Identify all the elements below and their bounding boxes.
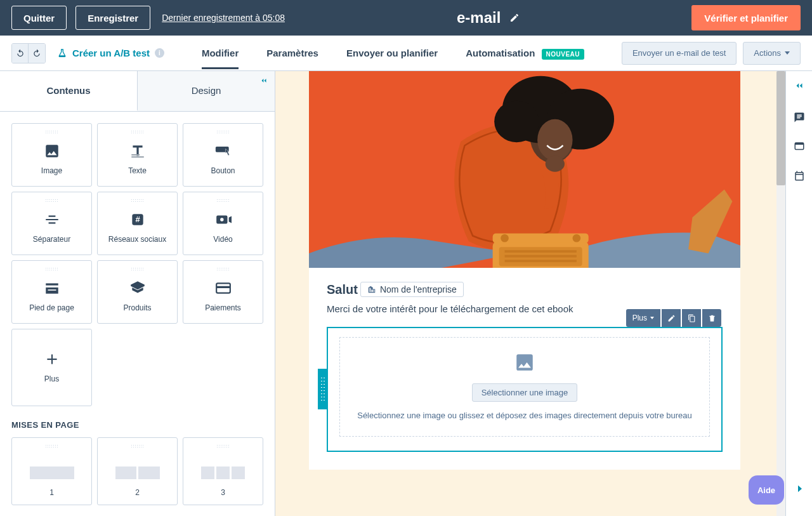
- drag-handle-icon: [131, 267, 145, 270]
- tab-send[interactable]: Envoyer ou planifier: [346, 37, 438, 69]
- block-payments[interactable]: Paiements: [183, 260, 263, 324]
- quit-button[interactable]: Quitter: [11, 6, 67, 30]
- calendar-icon[interactable]: [794, 170, 805, 182]
- canvas: Salut Nom de l'entreprise Merci de votre…: [275, 71, 785, 516]
- undo-redo-group: [11, 43, 46, 63]
- tab-automation[interactable]: Automatisation NOUVEAU: [466, 37, 584, 69]
- chevron-down-icon: [785, 51, 790, 55]
- footer-icon: [44, 280, 60, 296]
- layout-3col[interactable]: 3: [183, 437, 263, 505]
- svg-rect-21: [505, 250, 577, 253]
- help-button[interactable]: Aide: [749, 475, 784, 505]
- video-icon: [215, 211, 232, 228]
- toolbar-delete-button[interactable]: [702, 309, 721, 327]
- drag-handle-icon: [216, 199, 230, 202]
- svg-rect-23: [505, 260, 577, 262]
- image-icon: [44, 143, 60, 159]
- block-social[interactable]: #Réseaux sociaux: [97, 192, 178, 255]
- tab-settings[interactable]: Paramètres: [266, 37, 318, 69]
- navbar: Créer un A/B test i Modifier Paramètres …: [0, 36, 812, 71]
- expand-right-icon[interactable]: [794, 483, 806, 497]
- drag-handle-icon: [216, 444, 230, 447]
- svg-point-19: [501, 234, 509, 242]
- comments-icon[interactable]: [794, 112, 805, 123]
- chevron-down-icon: [650, 317, 654, 319]
- svg-rect-22: [505, 255, 577, 258]
- upload-dropzone[interactable]: Sélectionner une image Sélectionnez une …: [339, 337, 710, 437]
- drag-handle-icon: [216, 130, 230, 133]
- block-products[interactable]: Produits: [97, 260, 178, 324]
- verify-schedule-button[interactable]: Vérifier et planifier: [691, 5, 801, 30]
- right-rail: [785, 71, 812, 516]
- upload-hint: Sélectionnez une image ou glissez et dép…: [350, 409, 699, 422]
- last-save-link[interactable]: Dernier enregistrement à 05:08: [162, 13, 285, 23]
- drag-handle-icon: [131, 199, 145, 202]
- drag-handle-icon: [131, 444, 145, 447]
- svg-rect-4: [46, 283, 58, 285]
- block-button[interactable]: Bouton: [183, 123, 263, 187]
- hero-image[interactable]: [309, 71, 740, 268]
- send-test-button[interactable]: Envoyer un e-mail de test: [622, 42, 737, 65]
- drag-handle-icon: [45, 199, 59, 202]
- toolbar-more-button[interactable]: Plus: [626, 309, 660, 327]
- layout-1col[interactable]: 1: [11, 437, 92, 505]
- greeting-text: Salut: [327, 282, 358, 297]
- block-toolbar: Plus: [626, 309, 721, 327]
- block-more[interactable]: Plus: [11, 329, 92, 406]
- tab-modify[interactable]: Modifier: [202, 37, 239, 69]
- collapse-right-rail[interactable]: [794, 80, 805, 94]
- layouts-heading: MISES EN PAGE: [11, 420, 263, 430]
- company-name-token[interactable]: Nom de l'entreprise: [360, 282, 464, 297]
- select-image-button[interactable]: Sélectionner une image: [472, 383, 578, 402]
- products-icon: [129, 280, 146, 296]
- block-image[interactable]: Image: [11, 123, 92, 187]
- email-title: e-mail: [457, 9, 501, 27]
- drag-handle-icon: [45, 267, 59, 270]
- info-icon: i: [155, 48, 164, 58]
- block-divider[interactable]: Séparateur: [11, 192, 92, 255]
- toolbar-duplicate-button[interactable]: [682, 309, 701, 327]
- undo-button[interactable]: [12, 44, 29, 63]
- layout-2col[interactable]: 2: [97, 437, 178, 505]
- payments-icon: [215, 280, 232, 296]
- panel-tab-design[interactable]: Design: [138, 71, 275, 111]
- drag-handle-icon: [45, 130, 59, 133]
- drag-handle-icon: [131, 130, 145, 133]
- building-icon: [367, 285, 376, 294]
- new-badge: NOUVEAU: [542, 49, 585, 60]
- panel-tab-content[interactable]: Contenus: [0, 71, 138, 111]
- pencil-icon: [667, 314, 676, 322]
- topbar: Quitter Enregistrer Dernier enregistreme…: [0, 0, 812, 36]
- svg-point-15: [546, 156, 565, 172]
- svg-text:#: #: [135, 215, 140, 224]
- divider-icon: [44, 211, 60, 228]
- svg-rect-25: [795, 143, 804, 145]
- collapse-left-panel[interactable]: [258, 75, 270, 86]
- drag-handle-icon: [45, 444, 59, 447]
- copy-icon: [688, 314, 696, 322]
- svg-rect-8: [216, 286, 230, 288]
- trash-icon: [708, 314, 716, 322]
- left-panel: Contenus Design Image Texte Bouton Sépar…: [0, 71, 275, 516]
- drag-handle-icon: [216, 267, 230, 270]
- social-icon: #: [129, 211, 146, 228]
- image-placeholder-icon: [350, 352, 699, 376]
- ab-test-link[interactable]: Créer un A/B test i: [57, 48, 164, 58]
- actions-button[interactable]: Actions: [743, 42, 801, 65]
- block-drag-handle[interactable]: [318, 369, 328, 409]
- block-text[interactable]: Texte: [97, 123, 178, 187]
- email-card: Salut Nom de l'entreprise Merci de votre…: [309, 71, 740, 470]
- redo-button[interactable]: [29, 44, 45, 63]
- canvas-scrollbar[interactable]: [776, 71, 785, 516]
- edit-title-icon[interactable]: [509, 13, 520, 23]
- plus-icon: [44, 351, 60, 367]
- block-video[interactable]: Vidéo: [183, 192, 263, 255]
- image-insert-block[interactable]: Plus Sélectionner une image Sélectionnez…: [327, 327, 723, 452]
- svg-point-20: [573, 234, 581, 242]
- svg-point-3: [220, 218, 223, 221]
- save-button[interactable]: Enregistrer: [75, 6, 150, 30]
- block-footer[interactable]: Pied de page: [11, 260, 92, 324]
- preview-icon[interactable]: [794, 141, 805, 152]
- svg-rect-6: [48, 289, 56, 291]
- toolbar-edit-button[interactable]: [662, 309, 681, 327]
